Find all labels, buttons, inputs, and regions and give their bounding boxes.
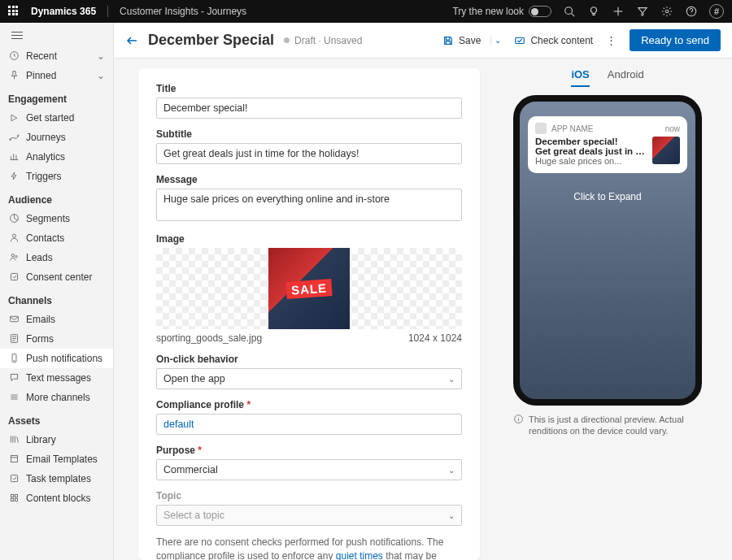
notification-card: APP NAME now December special! Get great… (528, 116, 687, 173)
chevron-down-icon: ⌄ (448, 511, 455, 520)
save-button[interactable]: Save (442, 35, 481, 46)
phone-preview[interactable]: APP NAME now December special! Get great… (513, 95, 702, 406)
image-label: Image (156, 233, 462, 245)
nav-content-blocks[interactable]: Content blocks (0, 488, 113, 508)
nav-collapse-button[interactable] (0, 26, 113, 46)
segment-icon (8, 213, 20, 224)
nav-group-engagement: Engagement (0, 85, 113, 108)
preview-subtitle: Get great deals just in tim... (535, 146, 647, 156)
app-icon-placeholder (535, 123, 547, 134)
leads-icon (8, 252, 20, 263)
clock-icon (8, 50, 20, 62)
search-icon[interactable] (563, 5, 576, 18)
gear-icon[interactable] (660, 5, 673, 18)
message-label: Message (156, 174, 462, 185)
nav-forms[interactable]: Forms (0, 329, 113, 349)
divider (107, 6, 108, 17)
sms-icon (8, 372, 20, 384)
left-nav: Recent ⌄ Pinned ⌄ Engagement Get started… (0, 23, 114, 560)
mail-icon (8, 314, 20, 325)
nav-email-templates[interactable]: Email Templates (0, 449, 113, 469)
pin-icon (8, 70, 20, 81)
try-new-look[interactable]: Try the new look (452, 6, 551, 17)
nav-get-started[interactable]: Get started (0, 108, 113, 128)
nav-push-notifications[interactable]: Push notifications (0, 349, 113, 368)
ready-to-send-button[interactable]: Ready to send (630, 29, 721, 51)
page-title: December Special (148, 32, 274, 49)
plus-icon[interactable] (612, 5, 625, 18)
app-name: Customer Insights - Journeys (120, 6, 246, 17)
quiet-times-link[interactable]: quiet times (336, 550, 383, 560)
message-input[interactable]: Huge sale prices on everything online an… (156, 189, 462, 221)
svg-rect-13 (11, 273, 17, 280)
svg-rect-18 (11, 455, 17, 462)
nav-label: Pinned (26, 70, 56, 81)
status-badge: Draft · Unsaved (284, 35, 362, 46)
image-picker[interactable]: SALE (156, 248, 462, 329)
nav-text-messages[interactable]: Text messages (0, 368, 113, 388)
nav-task-templates[interactable]: Task templates (0, 469, 113, 488)
title-input[interactable] (156, 98, 462, 119)
lightbulb-icon[interactable] (587, 5, 600, 18)
svg-point-7 (9, 139, 11, 141)
preview-app-name: APP NAME (551, 124, 594, 133)
image-filename: sporting_goods_sale.jpg (156, 332, 262, 344)
image-dimensions: 1024 x 1024 (408, 332, 462, 344)
subtitle-label: Subtitle (156, 128, 462, 140)
onclick-select[interactable]: Open the app⌄ (156, 368, 462, 389)
save-split-button[interactable]: ⌄ (490, 36, 504, 45)
nav-more-channels[interactable]: More channels (0, 388, 113, 407)
editor-card: Title Subtitle Message Huge sale prices … (138, 68, 480, 560)
svg-rect-14 (10, 316, 18, 322)
nav-label: Recent (26, 50, 57, 62)
subtitle-input[interactable] (156, 143, 462, 164)
save-icon (442, 35, 454, 46)
expand-hint: Click to Expand (520, 191, 695, 202)
nav-triggers[interactable]: Triggers (0, 167, 113, 186)
compliance-lookup[interactable]: default (156, 414, 462, 435)
purpose-select[interactable]: Commercial⌄ (156, 459, 462, 480)
chevron-down-icon: ⌄ (97, 70, 105, 81)
nav-segments[interactable]: Segments (0, 209, 113, 228)
toggle-icon[interactable] (529, 6, 551, 17)
svg-point-10 (12, 234, 15, 237)
app-launcher-icon[interactable] (8, 6, 20, 17)
svg-rect-23 (15, 498, 17, 501)
blocks-icon (8, 493, 20, 504)
nav-recent[interactable]: Recent ⌄ (0, 46, 113, 66)
back-button[interactable] (125, 34, 138, 47)
check-content-button[interactable]: Check content (514, 35, 593, 46)
try-label: Try the new look (452, 6, 524, 17)
purpose-label: Purpose * (156, 445, 462, 456)
compliance-note: There are no consent checks performed fo… (156, 536, 462, 560)
preview-timestamp: now (665, 124, 680, 133)
nav-emails[interactable]: Emails (0, 310, 113, 329)
nav-journeys[interactable]: Journeys (0, 128, 113, 147)
nav-analytics[interactable]: Analytics (0, 147, 113, 167)
consent-icon (8, 271, 20, 283)
chevron-down-icon: ⌄ (97, 50, 105, 62)
overflow-menu[interactable]: ⋮ (603, 34, 620, 46)
filter-icon[interactable] (636, 5, 649, 18)
chevron-down-icon: ⌄ (448, 375, 455, 384)
nav-consent[interactable]: Consent center (0, 267, 113, 287)
user-avatar[interactable]: # (709, 4, 724, 19)
template-icon (8, 454, 20, 465)
nav-leads[interactable]: Leads (0, 248, 113, 267)
svg-rect-24 (516, 37, 525, 43)
tab-android[interactable]: Android (608, 68, 644, 87)
svg-line-1 (572, 14, 575, 17)
svg-point-17 (14, 360, 15, 361)
preview-thumbnail (652, 137, 680, 164)
help-icon[interactable] (685, 5, 698, 18)
svg-point-12 (15, 255, 16, 257)
phone-icon (8, 353, 20, 364)
global-topbar: Dynamics 365 Customer Insights - Journey… (0, 0, 732, 23)
nav-library[interactable]: Library (0, 430, 113, 449)
preview-title: December special! (535, 137, 647, 146)
nav-contacts[interactable]: Contacts (0, 228, 113, 248)
image-thumbnail: SALE (268, 248, 350, 329)
play-icon (8, 112, 20, 124)
tab-ios[interactable]: iOS (571, 68, 589, 87)
nav-pinned[interactable]: Pinned ⌄ (0, 66, 113, 85)
